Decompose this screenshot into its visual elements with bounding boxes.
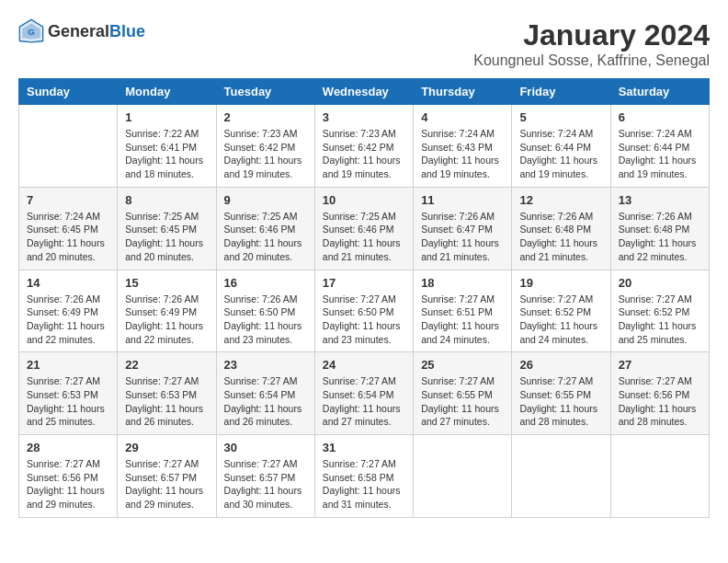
day-number: 12 bbox=[519, 193, 602, 207]
calendar-cell bbox=[512, 435, 610, 518]
day-number: 28 bbox=[27, 441, 109, 454]
calendar-cell: 4Sunrise: 7:24 AM Sunset: 6:43 PM Daylig… bbox=[414, 105, 512, 188]
day-number: 18 bbox=[421, 276, 504, 290]
calendar-cell: 18Sunrise: 7:27 AM Sunset: 6:51 PM Dayli… bbox=[414, 270, 512, 352]
calendar-week-row: 1Sunrise: 7:22 AM Sunset: 6:41 PM Daylig… bbox=[19, 105, 710, 188]
day-number: 29 bbox=[125, 441, 208, 454]
day-info: Sunrise: 7:25 AM Sunset: 6:45 PM Dayligh… bbox=[125, 210, 208, 264]
day-number: 24 bbox=[323, 358, 405, 372]
logo: G GeneralBlue bbox=[18, 18, 145, 44]
day-info: Sunrise: 7:27 AM Sunset: 6:52 PM Dayligh… bbox=[619, 293, 701, 347]
day-number: 4 bbox=[421, 110, 504, 124]
day-info: Sunrise: 7:26 AM Sunset: 6:50 PM Dayligh… bbox=[224, 293, 307, 347]
day-info: Sunrise: 7:22 AM Sunset: 6:41 PM Dayligh… bbox=[125, 127, 208, 181]
day-number: 27 bbox=[619, 358, 701, 372]
header-cell-friday: Friday bbox=[512, 79, 610, 105]
day-number: 30 bbox=[224, 441, 307, 454]
header-cell-saturday: Saturday bbox=[610, 79, 709, 105]
day-info: Sunrise: 7:25 AM Sunset: 6:46 PM Dayligh… bbox=[224, 210, 307, 264]
calendar-week-row: 14Sunrise: 7:26 AM Sunset: 6:49 PM Dayli… bbox=[19, 270, 710, 352]
day-number: 2 bbox=[224, 110, 307, 124]
calendar-cell: 9Sunrise: 7:25 AM Sunset: 6:46 PM Daylig… bbox=[216, 187, 314, 270]
header-cell-wednesday: Wednesday bbox=[314, 79, 413, 105]
calendar-cell: 13Sunrise: 7:26 AM Sunset: 6:48 PM Dayli… bbox=[610, 187, 709, 270]
calendar-cell: 20Sunrise: 7:27 AM Sunset: 6:52 PM Dayli… bbox=[610, 270, 709, 352]
day-info: Sunrise: 7:27 AM Sunset: 6:50 PM Dayligh… bbox=[323, 293, 405, 347]
calendar-cell: 17Sunrise: 7:27 AM Sunset: 6:50 PM Dayli… bbox=[314, 270, 413, 352]
day-number: 22 bbox=[125, 358, 208, 372]
calendar-week-row: 21Sunrise: 7:27 AM Sunset: 6:53 PM Dayli… bbox=[19, 352, 710, 435]
calendar-cell: 14Sunrise: 7:26 AM Sunset: 6:49 PM Dayli… bbox=[19, 270, 118, 352]
calendar-cell: 26Sunrise: 7:27 AM Sunset: 6:55 PM Dayli… bbox=[512, 352, 610, 435]
calendar-cell: 5Sunrise: 7:24 AM Sunset: 6:44 PM Daylig… bbox=[512, 105, 610, 188]
calendar-cell: 23Sunrise: 7:27 AM Sunset: 6:54 PM Dayli… bbox=[216, 352, 314, 435]
calendar-cell: 16Sunrise: 7:26 AM Sunset: 6:50 PM Dayli… bbox=[216, 270, 314, 352]
calendar-cell: 3Sunrise: 7:23 AM Sunset: 6:42 PM Daylig… bbox=[314, 105, 413, 188]
day-number: 21 bbox=[27, 358, 109, 372]
day-number: 1 bbox=[125, 110, 208, 124]
day-info: Sunrise: 7:27 AM Sunset: 6:55 PM Dayligh… bbox=[519, 374, 602, 429]
calendar-cell: 24Sunrise: 7:27 AM Sunset: 6:54 PM Dayli… bbox=[314, 352, 413, 435]
day-info: Sunrise: 7:27 AM Sunset: 6:58 PM Dayligh… bbox=[323, 457, 405, 511]
day-number: 31 bbox=[323, 441, 405, 454]
calendar-cell: 27Sunrise: 7:27 AM Sunset: 6:56 PM Dayli… bbox=[610, 352, 709, 435]
calendar-cell: 12Sunrise: 7:26 AM Sunset: 6:48 PM Dayli… bbox=[512, 187, 610, 270]
calendar-cell: 7Sunrise: 7:24 AM Sunset: 6:45 PM Daylig… bbox=[19, 187, 118, 270]
day-info: Sunrise: 7:27 AM Sunset: 6:52 PM Dayligh… bbox=[519, 293, 602, 347]
logo-icon: G bbox=[18, 18, 44, 44]
day-number: 17 bbox=[323, 276, 405, 290]
day-info: Sunrise: 7:24 AM Sunset: 6:43 PM Dayligh… bbox=[421, 127, 504, 181]
day-number: 14 bbox=[27, 276, 109, 290]
calendar-cell: 8Sunrise: 7:25 AM Sunset: 6:45 PM Daylig… bbox=[118, 187, 216, 270]
day-number: 11 bbox=[421, 193, 504, 207]
day-info: Sunrise: 7:27 AM Sunset: 6:56 PM Dayligh… bbox=[619, 374, 701, 429]
day-number: 5 bbox=[519, 110, 602, 124]
calendar-cell: 30Sunrise: 7:27 AM Sunset: 6:57 PM Dayli… bbox=[216, 435, 314, 518]
day-info: Sunrise: 7:24 AM Sunset: 6:44 PM Dayligh… bbox=[519, 127, 602, 181]
calendar-cell: 6Sunrise: 7:24 AM Sunset: 6:44 PM Daylig… bbox=[610, 105, 709, 188]
day-info: Sunrise: 7:24 AM Sunset: 6:44 PM Dayligh… bbox=[619, 127, 701, 181]
day-info: Sunrise: 7:26 AM Sunset: 6:48 PM Dayligh… bbox=[619, 210, 701, 264]
day-number: 7 bbox=[27, 193, 109, 207]
day-info: Sunrise: 7:26 AM Sunset: 6:47 PM Dayligh… bbox=[421, 210, 504, 264]
day-info: Sunrise: 7:25 AM Sunset: 6:46 PM Dayligh… bbox=[323, 210, 405, 264]
day-info: Sunrise: 7:24 AM Sunset: 6:45 PM Dayligh… bbox=[27, 210, 109, 264]
calendar-cell: 11Sunrise: 7:26 AM Sunset: 6:47 PM Dayli… bbox=[414, 187, 512, 270]
calendar-cell: 1Sunrise: 7:22 AM Sunset: 6:41 PM Daylig… bbox=[118, 105, 216, 188]
day-info: Sunrise: 7:27 AM Sunset: 6:54 PM Dayligh… bbox=[224, 374, 307, 429]
title-section: January 2024 Koungneul Sosse, Kaffrine, … bbox=[473, 18, 710, 69]
calendar-table: SundayMondayTuesdayWednesdayThursdayFrid… bbox=[18, 78, 710, 518]
day-info: Sunrise: 7:23 AM Sunset: 6:42 PM Dayligh… bbox=[323, 127, 405, 181]
day-info: Sunrise: 7:27 AM Sunset: 6:56 PM Dayligh… bbox=[27, 457, 109, 511]
calendar-cell: 2Sunrise: 7:23 AM Sunset: 6:42 PM Daylig… bbox=[216, 105, 314, 188]
day-number: 3 bbox=[323, 110, 405, 124]
day-info: Sunrise: 7:26 AM Sunset: 6:49 PM Dayligh… bbox=[125, 293, 208, 347]
day-number: 9 bbox=[224, 193, 307, 207]
header: G GeneralBlue January 2024 Koungneul Sos… bbox=[18, 18, 710, 69]
day-number: 15 bbox=[125, 276, 208, 290]
day-number: 8 bbox=[125, 193, 208, 207]
day-number: 26 bbox=[519, 358, 602, 372]
day-number: 23 bbox=[224, 358, 307, 372]
calendar-cell bbox=[414, 435, 512, 518]
calendar-week-row: 7Sunrise: 7:24 AM Sunset: 6:45 PM Daylig… bbox=[19, 187, 710, 270]
calendar-week-row: 28Sunrise: 7:27 AM Sunset: 6:56 PM Dayli… bbox=[19, 435, 710, 518]
day-number: 20 bbox=[619, 276, 701, 290]
calendar-cell: 22Sunrise: 7:27 AM Sunset: 6:53 PM Dayli… bbox=[118, 352, 216, 435]
day-info: Sunrise: 7:27 AM Sunset: 6:54 PM Dayligh… bbox=[323, 374, 405, 429]
logo-text-blue: Blue bbox=[109, 22, 145, 40]
calendar-cell bbox=[19, 105, 118, 188]
day-info: Sunrise: 7:27 AM Sunset: 6:55 PM Dayligh… bbox=[421, 374, 504, 429]
day-number: 13 bbox=[619, 193, 701, 207]
calendar-cell: 21Sunrise: 7:27 AM Sunset: 6:53 PM Dayli… bbox=[19, 352, 118, 435]
day-info: Sunrise: 7:26 AM Sunset: 6:49 PM Dayligh… bbox=[27, 293, 109, 347]
header-cell-thursday: Thursday bbox=[414, 79, 512, 105]
subtitle: Koungneul Sosse, Kaffrine, Senegal bbox=[473, 52, 710, 69]
day-info: Sunrise: 7:27 AM Sunset: 6:57 PM Dayligh… bbox=[224, 457, 307, 511]
day-info: Sunrise: 7:27 AM Sunset: 6:51 PM Dayligh… bbox=[421, 293, 504, 347]
calendar-cell bbox=[610, 435, 709, 518]
calendar-cell: 15Sunrise: 7:26 AM Sunset: 6:49 PM Dayli… bbox=[118, 270, 216, 352]
header-cell-monday: Monday bbox=[118, 79, 216, 105]
calendar-cell: 31Sunrise: 7:27 AM Sunset: 6:58 PM Dayli… bbox=[314, 435, 413, 518]
main-title: January 2024 bbox=[473, 18, 710, 52]
